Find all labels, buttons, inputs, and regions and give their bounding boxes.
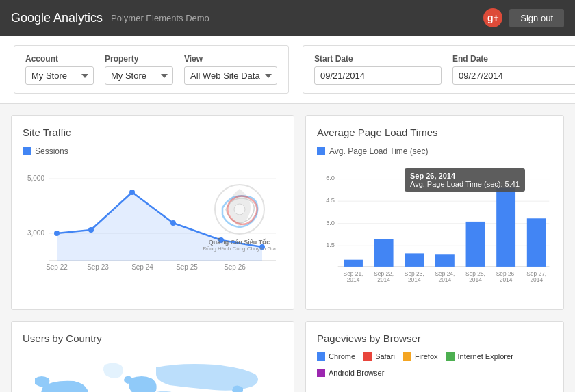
bar-sep26 bbox=[496, 188, 515, 267]
users-by-country-title: Users by Country bbox=[23, 332, 283, 344]
svg-text:5,000: 5,000 bbox=[27, 174, 44, 182]
svg-text:Sep 25: Sep 25 bbox=[176, 263, 198, 271]
bar-sep27 bbox=[527, 218, 546, 267]
ie-legend-dot bbox=[446, 352, 455, 361]
property-field: Property My Store bbox=[105, 54, 173, 85]
svg-text:6.0: 6.0 bbox=[326, 174, 335, 181]
app-subtitle: Polymer Elements Demo bbox=[111, 13, 209, 23]
app-title: Google Analytics bbox=[11, 11, 103, 25]
page-load-legend-dot bbox=[317, 147, 325, 155]
svg-point-1 bbox=[234, 204, 245, 215]
safari-label: Safari bbox=[375, 352, 395, 361]
svg-text:2014: 2014 bbox=[408, 276, 421, 283]
firefox-legend-dot bbox=[403, 352, 411, 361]
bar-sep22 bbox=[374, 239, 394, 267]
svg-text:Sep 23: Sep 23 bbox=[87, 263, 109, 271]
end-date-label: End Date bbox=[452, 54, 575, 64]
svg-text:Sep 26: Sep 26 bbox=[224, 263, 246, 271]
watermark-text-line1: Quảng Cáo Siêu Tốc bbox=[203, 239, 276, 246]
legend-chrome: Chrome bbox=[317, 352, 355, 361]
bar-sep21 bbox=[344, 260, 363, 267]
page-load-legend: Avg. Page Load Time (sec) bbox=[317, 146, 552, 156]
start-date-field: Start Date bbox=[314, 54, 442, 85]
svg-text:2014: 2014 bbox=[377, 276, 390, 283]
svg-text:1.5: 1.5 bbox=[326, 241, 335, 248]
svg-text:3,000: 3,000 bbox=[27, 229, 44, 237]
browser-legend: Chrome Safari Firefox Internet Explorer … bbox=[317, 352, 552, 377]
bar-sep24 bbox=[435, 254, 455, 267]
world-map-svg bbox=[23, 352, 283, 392]
svg-point-8 bbox=[54, 231, 60, 236]
sign-out-button[interactable]: Sign out bbox=[509, 9, 564, 27]
bar-sep23 bbox=[405, 253, 424, 267]
date-range-group: Start Date End Date bbox=[303, 45, 575, 94]
map-container bbox=[23, 352, 283, 392]
property-label: Property bbox=[105, 54, 173, 64]
pie-chart-container: 12.3% 7.3% bbox=[317, 382, 552, 392]
users-by-country-card: Users by Country bbox=[11, 321, 294, 392]
site-traffic-title: Site Traffic bbox=[23, 127, 283, 138]
app-header: Google Analytics Polymer Elements Demo g… bbox=[0, 0, 575, 36]
sessions-legend-dot bbox=[23, 147, 31, 155]
svg-text:2014: 2014 bbox=[530, 276, 543, 283]
pageviews-title: Pageviews by Browser bbox=[317, 332, 552, 344]
site-traffic-card: Site Traffic Sessions Quảng Cáo Siêu Tốc… bbox=[11, 115, 294, 310]
svg-text:2014: 2014 bbox=[500, 276, 513, 283]
view-field: View All Web Site Data bbox=[184, 54, 277, 85]
watermark-text-line2: Đồng Hành Cùng Chuyên Gia bbox=[203, 246, 276, 252]
chrome-legend-dot bbox=[317, 352, 325, 361]
bar-sep25 bbox=[466, 222, 485, 267]
controls-bar: Account My Store Property My Store View … bbox=[0, 36, 575, 104]
svg-point-9 bbox=[88, 227, 94, 233]
pie-svg: 12.3% 7.3% bbox=[373, 382, 496, 392]
page-load-card: Average Page Load Times Avg. Page Load T… bbox=[305, 115, 564, 310]
pageviews-by-browser-card: Pageviews by Browser Chrome Safari Firef… bbox=[305, 321, 564, 392]
traffic-legend: Sessions bbox=[23, 146, 283, 156]
legend-safari: Safari bbox=[363, 352, 395, 361]
svg-text:2014: 2014 bbox=[439, 276, 452, 283]
end-date-field: End Date bbox=[452, 54, 575, 85]
legend-ie: Internet Explorer bbox=[446, 352, 513, 361]
chrome-label: Chrome bbox=[329, 352, 355, 361]
svg-text:2014: 2014 bbox=[469, 276, 482, 283]
page-load-legend-label: Avg. Page Load Time (sec) bbox=[329, 146, 429, 156]
start-date-label: Start Date bbox=[314, 54, 442, 64]
legend-firefox: Firefox bbox=[403, 352, 438, 361]
gplus-icon: g+ bbox=[483, 8, 502, 27]
android-label: Android Browser bbox=[329, 369, 384, 377]
bar-chart-area: Sep 26, 2014 Avg. Page Load Time (sec): … bbox=[317, 161, 552, 298]
account-field: Account My Store bbox=[25, 54, 94, 85]
firefox-label: Firefox bbox=[415, 352, 438, 361]
dimension-selectors: Account My Store Property My Store View … bbox=[14, 45, 289, 94]
android-legend-dot bbox=[317, 369, 325, 377]
watermark: Quảng Cáo Siêu Tốc Đồng Hành Cùng Chuyên… bbox=[203, 182, 276, 252]
traffic-chart: Quảng Cáo Siêu Tốc Đồng Hành Cùng Chuyên… bbox=[23, 161, 283, 298]
svg-point-11 bbox=[170, 220, 176, 226]
bar-svg: 6.0 4.5 3.0 1.5 bbox=[317, 161, 552, 298]
legend-android: Android Browser bbox=[317, 369, 384, 377]
sessions-legend-label: Sessions bbox=[35, 146, 68, 156]
view-select[interactable]: All Web Site Data bbox=[184, 66, 277, 85]
ie-label: Internet Explorer bbox=[458, 352, 513, 361]
property-select[interactable]: My Store bbox=[105, 66, 173, 85]
svg-text:3.0: 3.0 bbox=[326, 220, 335, 226]
end-date-input[interactable] bbox=[452, 66, 575, 85]
header-right: g+ Sign out bbox=[483, 8, 564, 27]
page-load-title: Average Page Load Times bbox=[317, 127, 552, 138]
svg-text:4.5: 4.5 bbox=[326, 197, 335, 204]
main-content: Site Traffic Sessions Quảng Cáo Siêu Tốc… bbox=[0, 104, 575, 392]
account-label: Account bbox=[25, 54, 94, 64]
svg-text:2014: 2014 bbox=[347, 276, 360, 283]
start-date-input[interactable] bbox=[314, 66, 442, 85]
safari-legend-dot bbox=[363, 352, 372, 361]
svg-text:Sep 24: Sep 24 bbox=[131, 263, 153, 271]
svg-point-10 bbox=[129, 190, 135, 195]
account-select[interactable]: My Store bbox=[25, 66, 94, 85]
view-label: View bbox=[184, 54, 277, 64]
svg-text:Sep 22: Sep 22 bbox=[46, 263, 68, 271]
header-left: Google Analytics Polymer Elements Demo bbox=[11, 11, 209, 25]
